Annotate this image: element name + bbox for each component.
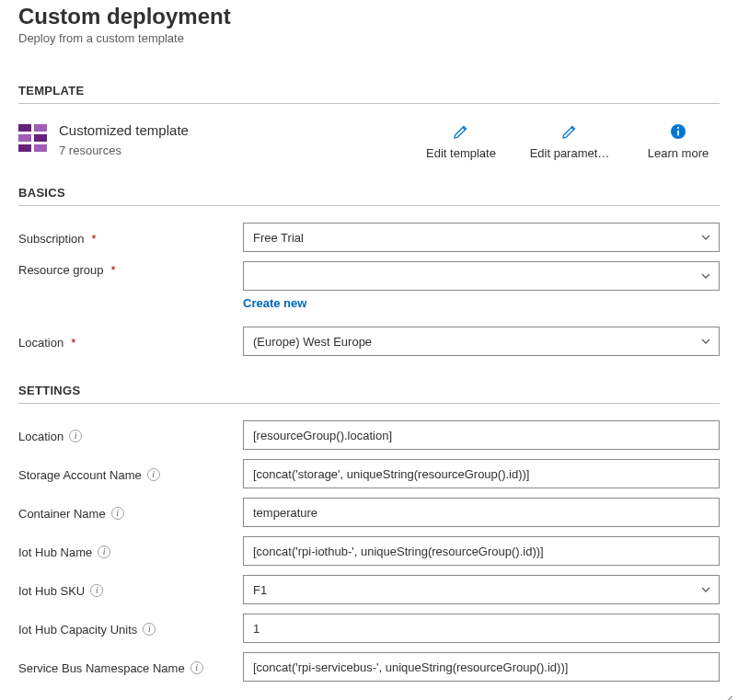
settings-label: Container Namei [18,505,243,521]
learn-more-label: Learn more [648,146,709,160]
pencil-icon [453,122,469,141]
svg-rect-1 [677,131,679,136]
chevron-down-icon [700,270,711,281]
settings-row: Iot Hub Namei [18,536,720,566]
section-header-basics: BASICS [18,186,720,200]
settings-select[interactable]: F1 [243,575,720,604]
settings-label: Iot Hub Namei [18,544,243,559]
settings-row: Container Namei [18,498,720,527]
info-icon[interactable]: i [190,661,203,674]
settings-input[interactable] [243,459,720,488]
page-subtitle: Deploy from a custom template [18,31,720,45]
settings-row: Storage Account Namei [18,459,720,488]
svg-point-2 [677,127,679,129]
settings-row: Iot Hub Capacity Unitsi [18,614,720,643]
settings-input[interactable] [243,420,720,450]
info-icon[interactable]: i [111,507,124,520]
settings-label: Iot Hub Capacity Unitsi [18,621,243,637]
info-icon [670,122,686,141]
settings-label: Iot Hub SKUi [18,582,243,598]
info-icon[interactable]: i [147,468,160,481]
info-icon[interactable]: i [69,430,82,442]
divider [18,205,720,206]
required-icon: * [71,336,75,350]
settings-input[interactable] [243,498,720,527]
settings-input[interactable] [243,614,720,643]
location-basics-value: (Europe) West Europe [253,335,372,349]
create-new-link[interactable]: Create new [243,296,306,310]
settings-row: Service Bus Namespace Namei [18,652,720,682]
edit-parameters-label: Edit paramet… [530,146,610,160]
subscription-select[interactable]: Free Trial [243,223,720,252]
chevron-down-icon [700,336,711,347]
section-header-template: TEMPLATE [18,84,720,98]
template-summary[interactable]: Customized template 7 resources [18,122,189,157]
template-icon [18,124,48,154]
template-title: Customized template [59,122,189,138]
subscription-label: Subscription* [18,230,243,246]
divider [18,403,720,404]
pencil-icon [561,122,578,141]
learn-more-button[interactable]: Learn more [637,122,720,160]
divider [18,103,720,104]
settings-row: Iot Hub SKUiF1 [18,575,720,604]
resize-handle-icon[interactable] [18,691,720,700]
required-icon: * [111,263,116,277]
resource-group-select[interactable] [243,261,720,291]
settings-label: Service Bus Namespace Namei [18,660,243,675]
page-title: Custom deployment [18,4,720,29]
edit-template-button[interactable]: Edit template [420,122,502,160]
resource-group-label: Resource group* [18,261,243,277]
location-basics-select[interactable]: (Europe) West Europe [243,327,720,356]
settings-label: Storage Account Namei [18,466,243,482]
settings-input[interactable] [243,652,720,682]
required-icon: * [92,232,97,246]
template-resources-count: 7 resources [59,143,189,157]
settings-input[interactable] [243,536,720,566]
template-row: Customized template 7 resources Edit tem… [18,115,720,186]
section-header-settings: SETTINGS [18,384,720,397]
location-basics-label: Location* [18,334,243,350]
edit-parameters-button[interactable]: Edit paramet… [528,122,611,160]
info-icon[interactable]: i [90,584,103,597]
settings-label: Locationi [18,428,243,443]
chevron-down-icon [700,232,711,243]
subscription-value: Free Trial [253,231,304,245]
edit-template-label: Edit template [426,146,496,160]
settings-value: F1 [253,583,267,597]
info-icon[interactable]: i [98,545,110,558]
chevron-down-icon [700,584,711,595]
settings-row: Locationi [18,420,720,450]
info-icon[interactable]: i [143,623,156,636]
